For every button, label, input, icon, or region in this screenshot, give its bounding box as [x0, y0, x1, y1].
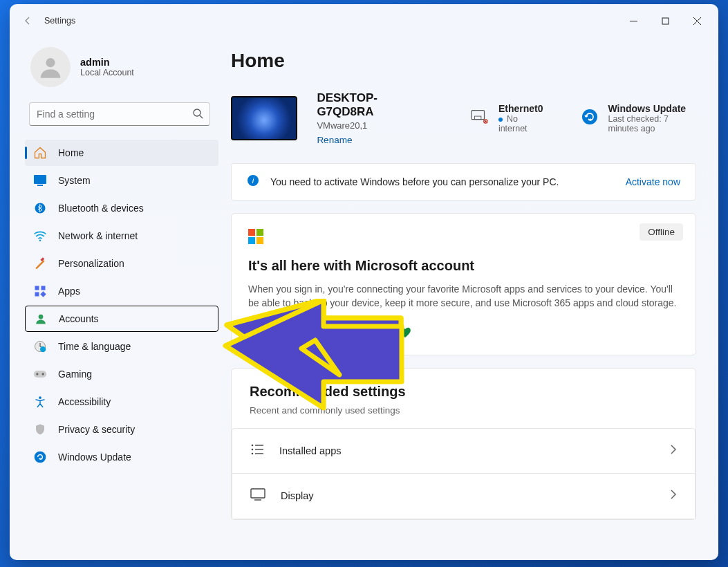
powerpoint-icon: P — [298, 324, 313, 340]
setting-label: Installed apps — [279, 445, 655, 456]
offline-badge: Offline — [640, 223, 683, 241]
window-controls — [617, 10, 713, 32]
nav-item-time-language[interactable]: Time & language — [25, 333, 218, 360]
titlebar-title: Settings — [44, 16, 75, 26]
svg-point-18 — [40, 346, 46, 352]
activate-link[interactable]: Activate now — [626, 176, 680, 187]
setting-row-display[interactable]: Display — [232, 474, 696, 519]
banner-text: You need to activate Windows before you … — [270, 176, 615, 187]
onedrive-icon — [348, 324, 363, 340]
svg-rect-7 — [34, 175, 46, 184]
windows-update-block[interactable]: Windows Update Last checked: 7 minutes a… — [581, 103, 696, 133]
svg-rect-19 — [34, 371, 46, 378]
info-icon: i — [247, 174, 259, 189]
svg-rect-14 — [35, 292, 39, 297]
update-status: Last checked: 7 minutes ago — [608, 114, 696, 133]
svg-rect-1 — [662, 18, 669, 24]
wifi-icon — [33, 229, 47, 243]
svg-point-16 — [39, 315, 44, 319]
update-icon — [581, 109, 598, 128]
device-wallpaper-thumb[interactable] — [231, 96, 297, 140]
close-button[interactable] — [681, 10, 713, 32]
update-title: Windows Update — [608, 103, 696, 114]
page-title: Home — [231, 50, 696, 72]
nav-item-home[interactable]: Home — [25, 140, 218, 166]
svg-point-20 — [36, 373, 38, 375]
apps-icon — [33, 284, 47, 298]
display-icon — [250, 488, 265, 503]
svg-rect-25 — [474, 116, 480, 120]
nav-item-accessibility[interactable]: Accessibility — [25, 389, 218, 415]
nav-item-windows-update[interactable]: Windows Update — [25, 444, 218, 470]
nav: Home System Bluetooth & devices Network … — [10, 137, 224, 470]
accessibility-icon — [33, 395, 47, 409]
clock-globe-icon — [33, 340, 47, 353]
bluetooth-icon — [33, 201, 47, 215]
nav-label: Time & language — [58, 341, 131, 352]
user-account-type: Local Account — [80, 68, 134, 77]
maximize-icon — [662, 17, 669, 25]
svg-rect-8 — [37, 185, 43, 186]
nav-item-gaming[interactable]: Gaming — [25, 361, 218, 387]
device-model: VMware20,1 — [317, 120, 416, 131]
settings-window: Settings admin Local Account — [10, 4, 718, 560]
home-icon — [33, 146, 47, 160]
minimize-button[interactable] — [617, 10, 649, 32]
rename-link[interactable]: Rename — [317, 135, 416, 145]
nav-label: Network & internet — [58, 230, 138, 241]
maximize-button[interactable] — [649, 10, 681, 32]
minimize-icon — [630, 17, 637, 25]
nav-label: Home — [58, 147, 84, 158]
nav-item-system[interactable]: System — [25, 167, 218, 194]
back-button[interactable] — [15, 8, 40, 33]
microsoft-account-card: Offline It's all here with Microsoft acc… — [231, 213, 696, 355]
svg-point-28 — [582, 109, 597, 124]
nav-item-privacy[interactable]: Privacy & security — [25, 416, 218, 443]
update-icon — [33, 450, 47, 464]
svg-point-33 — [252, 448, 254, 450]
search-input[interactable] — [29, 102, 210, 126]
outlook-icon: O — [373, 324, 388, 340]
user-name: admin — [80, 57, 134, 68]
main-content: Home DESKTOP-G7QD8RA VMware20,1 Rename E… — [224, 37, 718, 560]
recommended-card: Recommended settings Recent and commonly… — [231, 368, 696, 520]
nav-label: System — [58, 175, 91, 186]
svg-point-10 — [39, 239, 41, 241]
device-name: DESKTOP-G7QD8RA — [317, 91, 416, 119]
nav-label: Bluetooth & devices — [58, 203, 144, 214]
nav-label: Accounts — [59, 313, 99, 324]
setting-row-installed-apps[interactable]: Installed apps — [232, 428, 696, 474]
defender-icon — [323, 324, 338, 340]
avatar — [30, 47, 71, 87]
microsoft-logo-icon — [248, 229, 679, 244]
svg-point-5 — [194, 109, 200, 116]
nav-item-network[interactable]: Network & internet — [25, 223, 218, 249]
svg-point-35 — [252, 452, 254, 454]
person-icon — [37, 54, 64, 80]
recommended-title: Recommended settings — [250, 384, 678, 400]
nav-item-bluetooth[interactable]: Bluetooth & devices — [25, 195, 218, 221]
nav-item-accounts[interactable]: Accounts — [25, 306, 218, 332]
svg-point-22 — [39, 396, 41, 399]
ethernet-icon — [471, 109, 489, 127]
ms-card-body: When you sign in, you're connecting your… — [248, 282, 679, 310]
network-status: No internet — [498, 114, 543, 133]
device-info-row: DESKTOP-G7QD8RA VMware20,1 Rename Ethern… — [231, 91, 696, 145]
user-block[interactable]: admin Local Account — [10, 37, 224, 102]
svg-rect-37 — [251, 489, 265, 498]
network-block[interactable]: Ethernet0 No internet — [471, 103, 543, 133]
nav-item-personalization[interactable]: Personalization — [25, 250, 218, 277]
network-name: Ethernet0 — [498, 103, 543, 114]
chevron-right-icon — [670, 490, 677, 502]
svg-point-31 — [252, 444, 254, 446]
nav-label: Gaming — [58, 369, 92, 380]
search-icon[interactable] — [192, 108, 203, 122]
nav-label: Windows Update — [58, 452, 131, 463]
svg-rect-24 — [472, 111, 485, 120]
gamepad-icon — [33, 367, 47, 381]
ms-card-title: It's all here with Microsoft account — [248, 258, 679, 274]
nav-item-apps[interactable]: Apps — [25, 278, 218, 304]
nav-label: Personalization — [58, 258, 124, 269]
brush-icon — [33, 257, 47, 270]
svg-rect-15 — [40, 291, 46, 297]
